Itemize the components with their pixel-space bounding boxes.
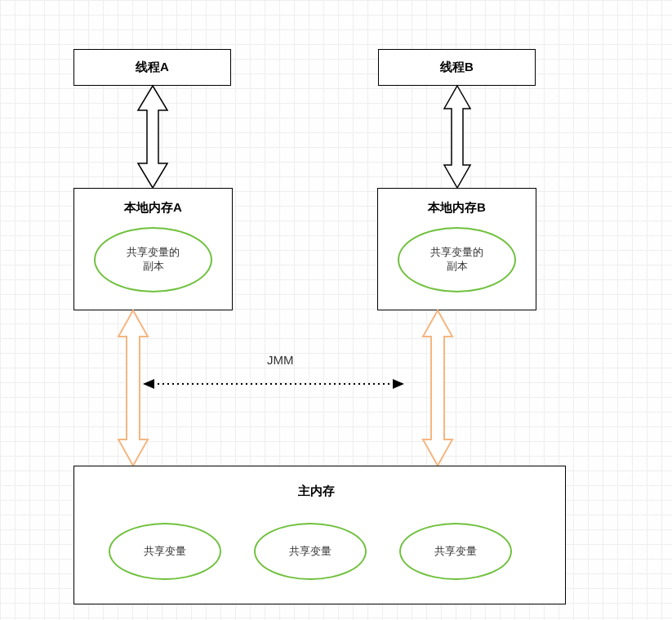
svg-marker-0: [138, 86, 167, 188]
svg-marker-1: [444, 86, 470, 188]
thread-a-label: 线程A: [136, 60, 169, 75]
diagram-canvas: 线程A 线程B 本地内存A 共享变量的 副本 本地内存B 共享变量的 副本 JM…: [0, 0, 672, 620]
thread-b-box: 线程B: [378, 49, 536, 86]
local-memory-a-title: 本地内存A: [124, 200, 182, 216]
arrow-localB-main: [413, 310, 462, 466]
shared-var-1-text: 共享变量: [144, 545, 186, 559]
arrow-threadB-localB: [438, 86, 477, 188]
shared-var-ellipse-2: 共享变量: [254, 523, 367, 580]
local-b-copy-ellipse: 共享变量的 副本: [398, 227, 516, 292]
svg-marker-5: [143, 379, 154, 389]
shared-var-2-text: 共享变量: [289, 545, 332, 559]
local-a-copy-text: 共享变量的 副本: [127, 246, 180, 274]
jmm-label: JMM: [267, 353, 294, 367]
main-memory-title: 主内存: [298, 484, 335, 499]
local-b-copy-text: 共享变量的 副本: [430, 246, 483, 274]
jmm-dotted-arrow: [143, 377, 404, 390]
shared-var-ellipse-1: 共享变量: [109, 523, 221, 580]
arrow-threadA-localA: [128, 86, 177, 188]
thread-b-label: 线程B: [440, 60, 474, 75]
local-a-copy-ellipse: 共享变量的 副本: [94, 227, 212, 292]
thread-a-box: 线程A: [73, 49, 231, 86]
shared-var-3-text: 共享变量: [434, 545, 477, 559]
svg-marker-3: [423, 310, 452, 466]
shared-var-ellipse-3: 共享变量: [399, 523, 512, 580]
svg-marker-6: [393, 379, 404, 389]
local-memory-b-title: 本地内存B: [428, 200, 486, 216]
